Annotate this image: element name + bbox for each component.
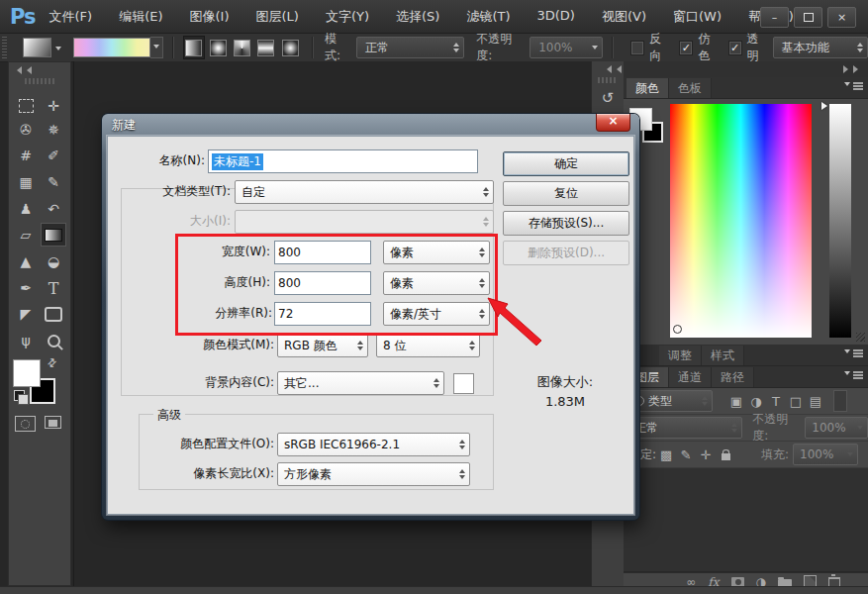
spinner-icon[interactable] (731, 423, 737, 433)
reverse-checkbox[interactable] (630, 41, 644, 55)
tab-adjustments[interactable]: 调整 (659, 346, 702, 365)
grayscale-ramp[interactable] (829, 104, 851, 338)
toolbar-grip[interactable] (2, 37, 7, 58)
dropdown-icon[interactable] (592, 46, 598, 50)
blur-tool[interactable]: ▲ (13, 249, 39, 273)
spinner-icon[interactable] (469, 341, 475, 350)
palette-grip[interactable] (25, 78, 54, 84)
menu-view[interactable]: 视图(V) (602, 8, 646, 26)
angle-gradient-button[interactable] (231, 36, 252, 59)
add-mask-icon[interactable] (731, 577, 744, 587)
eraser-tool[interactable]: ▱ (13, 223, 39, 247)
layer-opacity-select[interactable]: 100% (805, 417, 868, 439)
gradient-preview[interactable] (73, 38, 150, 57)
lock-all-button[interactable] (716, 445, 735, 464)
collapse-dock-icon[interactable] (843, 65, 862, 73)
dropdown-icon[interactable] (847, 452, 853, 456)
tab-swatches[interactable]: 色板 (669, 78, 712, 98)
bit-depth-select[interactable]: 8 位 (376, 334, 480, 357)
reset-button[interactable]: 复位 (503, 181, 629, 206)
resize-grip[interactable] (856, 333, 865, 342)
dialog-close-button[interactable]: × (596, 114, 630, 132)
reflected-gradient-button[interactable] (255, 36, 277, 59)
transparency-checkbox[interactable]: ✓ (728, 41, 742, 55)
menu-edit[interactable]: 编辑(E) (119, 8, 162, 26)
foreground-color-swatch[interactable] (13, 359, 41, 387)
ok-button[interactable]: 确定 (503, 151, 629, 176)
menu-layer[interactable]: 图层(L) (256, 8, 299, 26)
spinner-icon[interactable] (453, 43, 459, 52)
type-tool[interactable]: T (41, 276, 66, 300)
filter-toggle-button[interactable] (833, 390, 847, 412)
resolution-input[interactable]: 72 (274, 302, 371, 326)
lock-position-button[interactable]: ✛ (696, 445, 716, 464)
fill-select[interactable]: 100% (793, 444, 858, 465)
lasso-tool[interactable]: ✇ (13, 118, 39, 142)
menu-type[interactable]: 文字(Y) (326, 8, 369, 26)
dropdown-icon[interactable] (857, 426, 863, 430)
menu-file[interactable]: 文件(F) (49, 8, 93, 26)
menu-window[interactable]: 窗口(W) (673, 8, 722, 26)
gradient-tool-selected[interactable] (41, 223, 66, 247)
menu-image[interactable]: 图像(I) (190, 8, 230, 26)
history-brush-tool[interactable]: ↶ (41, 197, 66, 221)
history-panel-icon[interactable]: ↺ (599, 89, 617, 107)
layer-filter-select[interactable]: 类型 (627, 390, 713, 412)
layers-list[interactable] (624, 468, 868, 572)
spinner-icon[interactable] (857, 43, 863, 52)
expand-dock-icon[interactable] (600, 65, 624, 73)
menu-3d[interactable]: 3D(D) (536, 8, 574, 26)
spinner-icon[interactable] (459, 440, 465, 449)
layer-blend-select[interactable]: 正常 (627, 417, 742, 439)
height-input[interactable]: 800 (274, 271, 371, 295)
spectrum-cursor[interactable] (673, 325, 682, 334)
dodge-tool[interactable]: ◒ (41, 249, 66, 273)
dither-checkbox[interactable]: ✓ (679, 41, 693, 55)
tab-color[interactable]: 颜色 (627, 78, 669, 98)
move-tool[interactable]: ✛ (41, 94, 66, 118)
filter-type-layers-button[interactable]: T (766, 391, 786, 411)
spinner-icon[interactable] (479, 278, 485, 288)
save-preset-button[interactable]: 存储预设(S)... (503, 211, 629, 236)
tab-channels[interactable]: 通道 (669, 367, 712, 387)
clone-stamp-tool[interactable]: ♟ (13, 197, 39, 221)
dock-grip[interactable] (598, 77, 618, 83)
spinner-icon[interactable] (459, 469, 465, 479)
tab-paths[interactable]: 路径 (712, 367, 754, 387)
resolution-unit-select[interactable]: 像素/英寸 (383, 302, 490, 326)
panel-menu-icon[interactable] (844, 82, 863, 89)
close-button[interactable]: × (827, 7, 856, 28)
workspace-select[interactable]: 基本功能 (773, 37, 868, 58)
default-colors-icon[interactable] (14, 390, 25, 401)
background-color-swatch-button[interactable] (453, 373, 474, 394)
tab-styles[interactable]: 样式 (702, 346, 744, 365)
color-spectrum[interactable] (670, 104, 812, 338)
filter-pixel-layers-button[interactable]: ▣ (726, 391, 746, 411)
minimize-button[interactable]: – (760, 7, 789, 28)
blend-mode-select[interactable]: 正常 (356, 37, 464, 58)
path-select-tool[interactable]: ◤ (13, 302, 39, 326)
width-input[interactable]: 800 (274, 241, 371, 264)
spinner-icon[interactable] (479, 309, 485, 319)
menu-select[interactable]: 选择(S) (396, 8, 439, 26)
filter-smart-objects-button[interactable]: ▤ (806, 391, 825, 411)
ramp-slider-icon[interactable] (821, 102, 831, 110)
doc-type-select[interactable]: 自定 (235, 180, 494, 204)
filter-adjustment-layers-button[interactable]: ◑ (746, 391, 766, 411)
panel-menu-icon[interactable] (844, 349, 863, 356)
healing-brush-tool[interactable]: ▦ (13, 170, 39, 194)
quick-mask-button[interactable] (15, 416, 36, 432)
zoom-tool[interactable] (41, 329, 66, 352)
crop-tool[interactable]: # (13, 144, 39, 167)
spinner-icon[interactable] (483, 187, 489, 197)
profile-select[interactable]: sRGB IEC61966-2.1 (277, 433, 470, 456)
hand-tool[interactable]: ψ (13, 329, 39, 352)
pen-tool[interactable]: ✒ (13, 276, 39, 300)
screen-mode-button[interactable] (45, 416, 61, 429)
collapse-panel-icon[interactable] (13, 66, 70, 74)
name-input[interactable]: 未标题-1 (208, 149, 478, 173)
marquee-tool[interactable] (13, 94, 39, 118)
width-unit-select[interactable]: 像素 (383, 241, 490, 264)
opacity-select[interactable]: 100% (530, 37, 603, 58)
shape-tool[interactable] (41, 302, 66, 326)
